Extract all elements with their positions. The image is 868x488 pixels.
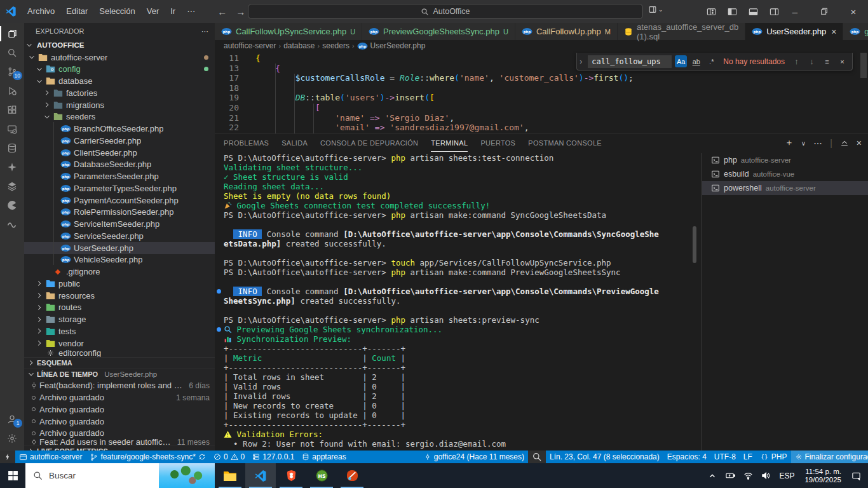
breadcrumb-file[interactable]: UserSeeder.php xyxy=(370,41,426,50)
whole-word-button[interactable]: ab xyxy=(690,55,702,67)
new-terminal-button[interactable]: ＋ xyxy=(785,137,794,149)
tree-root[interactable]: AUTOOFFICE xyxy=(24,39,215,51)
tree-item[interactable]: database xyxy=(24,75,215,87)
panel-tab-consola-de-depuración[interactable]: CONSOLA DE DEPURACIÓN xyxy=(320,134,418,152)
tree-item[interactable]: phpDatabaseSeeder.php xyxy=(24,159,215,171)
find-close-icon[interactable]: × xyxy=(836,55,848,67)
panel-close-icon[interactable]: × xyxy=(857,138,862,148)
taskbar-app-capture-tool[interactable] xyxy=(337,463,367,488)
find-prev-icon[interactable]: ↑ xyxy=(790,55,803,67)
breadcrumb-item[interactable]: seeders xyxy=(322,41,349,50)
section-esquema[interactable]: ESQUEMA xyxy=(24,357,215,369)
editor-tab[interactable]: phpCallFollowUp.phpM xyxy=(515,23,618,40)
timeline-item[interactable]: Archivo guardado1 semana xyxy=(24,391,215,403)
tree-item[interactable]: seeders xyxy=(24,111,215,123)
tree-item[interactable]: phpParameterTypesSeeder.php xyxy=(24,182,215,194)
minimize-button[interactable]: – xyxy=(780,0,810,23)
tree-item[interactable]: phpRolePermissionSeeder.php xyxy=(24,207,215,219)
notification-center-icon[interactable] xyxy=(848,471,864,480)
tree-item[interactable]: autoffice-server xyxy=(24,51,215,64)
terminal-scrollbar[interactable] xyxy=(693,226,696,263)
taskbar-app-heidisql[interactable]: HS xyxy=(306,463,337,488)
tree-item[interactable]: editorconfig xyxy=(24,349,215,357)
tray-expand-icon[interactable] xyxy=(704,471,721,480)
editor-tab[interactable]: phpCallFollowUpSyncService.phpU xyxy=(215,23,362,40)
menu-archivo[interactable]: Archivo xyxy=(22,3,60,20)
tree-item[interactable]: routes xyxy=(24,302,215,314)
timeline-item[interactable]: Archivo guardado xyxy=(24,403,215,416)
tree-item[interactable]: tests xyxy=(24,325,215,337)
menu-ir[interactable]: Ir xyxy=(165,3,181,20)
section-live-metrics[interactable]: LIVE CODE METRICS xyxy=(24,445,215,451)
regex-button[interactable]: .* xyxy=(705,55,717,67)
tree-item[interactable]: config xyxy=(24,64,215,76)
status-item-php[interactable]: {}PHP xyxy=(756,451,791,463)
tree-item[interactable]: phpClientSeeder.php xyxy=(24,147,215,159)
terminal-list-item[interactable]: esbuildautoffice-vue xyxy=(702,167,868,181)
timeline-item[interactable]: Feat(backend): implement roles and permi… xyxy=(24,380,215,392)
run-debug-icon[interactable] xyxy=(0,81,24,100)
tree-item[interactable]: phpVehicleSeeder.php xyxy=(24,254,215,266)
status-item-espacios[interactable]: Espacios: 4 xyxy=(663,451,710,463)
tree-item[interactable]: phpUserSeeder.php xyxy=(24,242,215,254)
close-button[interactable]: × xyxy=(839,0,868,23)
taskbar-app-vscode[interactable] xyxy=(245,463,276,488)
account-icon[interactable]: 1 xyxy=(0,410,24,429)
settings-icon[interactable] xyxy=(0,429,24,448)
status-item-apptareas[interactable]: apptareas xyxy=(298,451,349,463)
menu-editar[interactable]: Editar xyxy=(60,3,93,20)
taskbar-search[interactable]: Buscar xyxy=(25,463,215,488)
status-item-0[interactable]: 00 xyxy=(210,451,248,463)
tree-item[interactable]: migrations xyxy=(24,99,215,111)
menu-selección[interactable]: Selección xyxy=(93,3,140,20)
wifi-icon[interactable] xyxy=(740,471,756,480)
panel-tab-postman-console[interactable]: POSTMAN CONSOLE xyxy=(528,134,602,152)
breadcrumb-item[interactable]: autoffice-server xyxy=(224,41,276,50)
nav-back-icon[interactable]: ← xyxy=(217,6,227,17)
database-icon[interactable] xyxy=(0,139,24,158)
tree-item[interactable]: phpBranchOfficeSeeder.php xyxy=(24,123,215,135)
volume-icon[interactable] xyxy=(757,471,774,480)
match-case-button[interactable]: Aa xyxy=(675,55,687,67)
menu-ver[interactable]: Ver xyxy=(141,3,165,20)
explorer-actions-icon[interactable]: ⋯ xyxy=(201,27,208,36)
editor-scrollbar[interactable] xyxy=(860,53,867,78)
source-control-icon[interactable]: 10 xyxy=(0,62,24,81)
tree-item[interactable]: storage xyxy=(24,313,215,325)
status-item-goffice24[interactable]: goffice24 (Hace 11 meses) xyxy=(420,451,528,463)
cascade-icon[interactable] xyxy=(0,196,24,215)
customize-layout-icon[interactable] xyxy=(707,7,716,17)
toggle-sidebar-icon[interactable] xyxy=(728,7,737,17)
tree-item[interactable]: factories xyxy=(24,87,215,99)
status-item-127.0.0.1[interactable]: 127.0.0.1 xyxy=(248,451,298,463)
toggle-panel-icon[interactable] xyxy=(749,7,758,17)
explorer-icon[interactable] xyxy=(0,24,24,43)
clock[interactable]: 11:54 p. m. 19/09/2025 xyxy=(799,468,846,484)
find-expand-icon[interactable]: › xyxy=(577,57,585,66)
tree-item[interactable]: phpServiceItemSeeder.php xyxy=(24,218,215,230)
find-input[interactable] xyxy=(588,55,672,68)
tree-item[interactable]: vendor xyxy=(24,337,215,349)
panel-tab-salida[interactable]: SALIDA xyxy=(281,134,308,152)
battery-icon[interactable] xyxy=(722,471,738,480)
tree-item[interactable]: resources xyxy=(24,290,215,302)
extensions-icon[interactable] xyxy=(0,100,24,119)
tree-item[interactable]: phpParametersSeeder.php xyxy=(24,170,215,182)
tree-item[interactable]: phpServiceSeeder.php xyxy=(24,230,215,242)
tree-item[interactable]: .gitignore xyxy=(24,266,215,278)
status-item-utf-8[interactable]: UTF-8 xyxy=(710,451,740,463)
terminal-list-item[interactable]: powershellautoffice-server xyxy=(702,181,868,195)
editor-tab[interactable]: phpgoogle.php xyxy=(843,23,868,40)
terminal-output[interactable]: PS D:\AutoOffice\autoffice-server> php a… xyxy=(215,153,695,451)
editor-tab[interactable]: phpPreviewGoogleSheetsSync.phpU xyxy=(362,23,515,40)
breadcrumb-item[interactable]: database xyxy=(283,41,315,50)
status-item-autoffice-server[interactable]: autoffice-server xyxy=(15,451,86,463)
find-in-selection-icon[interactable]: ≡ xyxy=(821,55,833,67)
section-timeline[interactable]: LÍNEA DE TIEMPOUserSeeder.php xyxy=(24,369,215,380)
timeline-item[interactable]: Archivo guardado xyxy=(24,416,215,428)
panel-tab-terminal[interactable]: TERMINAL xyxy=(431,134,468,152)
status-item-featuregoogle-sheets-sync[interactable]: feature/google-sheets-sync* xyxy=(86,451,209,463)
menu-overflow-icon[interactable]: ⋯ xyxy=(181,3,201,20)
panel-maximize-icon[interactable] xyxy=(840,139,849,147)
timeline-item[interactable]: Archivo guardado xyxy=(24,428,215,440)
